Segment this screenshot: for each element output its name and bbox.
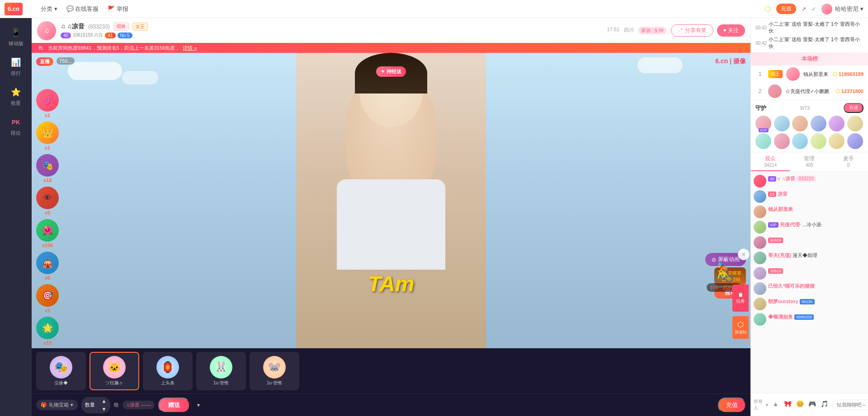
guard-title: 守护 <box>755 104 766 112</box>
chat-msg-6: 哥夫(充值) 漫天◆助理 <box>754 250 865 266</box>
guard-header: 守护 9/73 开通 <box>755 103 863 113</box>
gift-slot-1-name: 尘缘◆ <box>54 380 68 386</box>
share-btn[interactable]: ↗ 分享有奖 <box>671 24 713 37</box>
chat-msg-5: 60809 <box>754 235 865 250</box>
quantity-ctrl: 数量 ▲ ▼ <box>81 397 110 413</box>
user-menu[interactable]: 哈哈密尼 ▾ <box>821 4 863 14</box>
recharge-btn[interactable]: 充值 <box>718 397 746 413</box>
emoji-tool-btn[interactable]: 😊 <box>795 398 805 409</box>
notif-2-text: 小二上'菜' 送给 雷梨-太难了 1个 雷西哥小伙 <box>769 36 863 50</box>
gift-slot-2[interactable]: 🐱 ツ狂飙ヶ <box>90 352 139 390</box>
announce-bar: 热 当前房间热度69841，预测排名5，距流上一名差3156热度， 详情 » <box>32 43 750 53</box>
recharge-nav-btn[interactable]: 充值 <box>776 4 796 14</box>
share-icon[interactable]: ↗ <box>802 6 806 12</box>
guard-member-3 <box>792 116 808 131</box>
notif-2: 00:42 小二上'菜' 送给 雷梨-太难了 1个 雷西哥小伙 <box>755 35 863 51</box>
chat-area: 40 V ♫凉音 833233 13 凉音 钱从那里来 VIP 充值代理· <box>751 172 868 393</box>
clear-effects-btn[interactable]: × <box>738 248 750 260</box>
top-nav: 6.cn 分类 ▾ 💬 在线客服 🚩 举报 ⬡ 充值 ↗ ✓ 哈哈密尼 ▾ <box>0 0 868 18</box>
music-tool-btn[interactable]: 🎵 <box>820 398 829 409</box>
gift-tool-btn[interactable]: 🎀 <box>783 398 793 409</box>
avatar: ♫ <box>37 21 56 40</box>
tab-mic[interactable]: 麦手 0 <box>829 152 868 171</box>
send-toggle[interactable]: ▾ <box>193 401 203 409</box>
sidebar-item-mobile[interactable]: 📱 移动版 <box>0 23 32 51</box>
chat-tool-up[interactable]: ▲ <box>771 398 780 409</box>
magic-gift: ✦ 神经送 <box>376 66 406 77</box>
guard-member-5 <box>829 116 844 131</box>
sidebar-item-ranking[interactable]: 📊 排行 <box>0 52 32 80</box>
gift-bar: 🎭 尘缘◆ 🐱 ツ狂飙ヶ 🏮 上头条 🐰 1u·管惟 🐭 1u·管惟 <box>32 348 750 393</box>
guard-member-1-svp-badge: SVP <box>758 128 768 132</box>
chat-user-10: ◆嗡涌如鱼 <box>768 314 793 319</box>
to-label: 给 <box>114 402 119 408</box>
tag-queen: 女王 <box>132 23 148 31</box>
all-users-btn[interactable]: 所有人▾ <box>754 398 768 411</box>
tab-audience[interactable]: 观众 34214 <box>751 152 790 171</box>
send-gift-btn[interactable]: 赠送 <box>158 397 190 413</box>
gift-slot-4[interactable]: 🐰 1u·管惟 <box>196 352 246 390</box>
quantity-stepper[interactable]: ▲ ▼ <box>98 397 110 413</box>
qty-down-btn[interactable]: ▼ <box>98 405 110 413</box>
notification-area: 00:42 小二上'菜' 送给 雷梨-太难了 1个 雷西哥小伙 00:42 小二… <box>751 18 868 52</box>
streamer-id-badge: (833233) <box>88 23 110 30</box>
gift-anim-7: 🎯 x1 <box>36 284 59 313</box>
guard-grid: SVP <box>755 116 863 149</box>
check-icon[interactable]: ✓ <box>811 6 816 12</box>
chat-host-badge-40: 40 <box>768 176 776 182</box>
chat-badge-5: 60809 <box>768 238 783 243</box>
chat-badge-9: 99190 <box>800 299 815 304</box>
gift-anim-8: 🌟 x10 <box>36 317 59 346</box>
guard-member-1: SVP <box>755 116 771 131</box>
chat-user-9: 朝梦ourstory <box>768 299 798 304</box>
sidebar-item-pk[interactable]: PK 段位 <box>0 112 32 140</box>
announce-link[interactable]: 详情 » <box>183 45 197 51</box>
rank-tab-label[interactable]: 本场榜 <box>755 55 863 63</box>
logo[interactable]: 6.cn <box>5 3 32 15</box>
notif-1: 00:42 小二上'菜' 送给 雷梨-太难了 1个 雷西哥小伙 <box>755 20 863 35</box>
stream-location: 四川 <box>624 27 634 34</box>
sidebar-item-star[interactable]: ⭐ 抢星 <box>0 82 32 110</box>
chat-host-verify: V <box>778 177 780 181</box>
guard-member-8 <box>774 133 790 149</box>
video-person <box>296 53 486 348</box>
gift-slot-3[interactable]: 🏮 上头条 <box>143 352 193 390</box>
tam-text-overlay: TAm <box>368 271 414 296</box>
gift-slot-4-icon: 🐰 <box>210 356 232 379</box>
gift-box-btn[interactable]: 🎁 礼物宝箱 ▾ <box>36 400 78 410</box>
task-btn[interactable]: 📋 任务 <box>732 285 749 312</box>
chevron-down-icon: ▾ <box>71 402 73 408</box>
chat-msg-8: 己恒久*嗤可乐的猪猪 <box>754 281 865 296</box>
guard-open-btn[interactable]: 开通 <box>844 103 863 113</box>
chat-msg-2: 13 凉音 <box>754 189 865 204</box>
chat-host-id: 833233 <box>797 176 815 182</box>
mobile-icon: 📱 <box>9 26 22 39</box>
streamer-name: ♫ ♫凉音 <box>61 23 85 31</box>
chat-user-6: 哥夫(充值) <box>768 252 791 258</box>
nav-right: ⬡ 充值 ↗ ✓ 哈哈密尼 ▾ <box>764 4 863 14</box>
gift-slot-2-name: ツ狂飙ヶ <box>105 380 123 386</box>
chat-user-3: 钱从那里来 <box>768 206 793 212</box>
nav-support[interactable]: 💬 在线客服 <box>66 5 99 13</box>
guard-count: 9/73 <box>800 105 810 111</box>
chat-text-input[interactable] <box>832 400 868 410</box>
gift-slot-5[interactable]: 🐭 1u·管惟 <box>250 352 299 390</box>
gift-slot-1[interactable]: 🎭 尘缘◆ <box>36 352 86 390</box>
follow-btn[interactable]: ♥ 关注 <box>717 24 745 37</box>
qty-up-btn[interactable]: ▲ <box>98 397 110 405</box>
tab-manager[interactable]: 管理 405 <box>790 152 829 171</box>
nav-category[interactable]: 分类 ▾ <box>41 5 57 13</box>
guard-member-11 <box>829 133 844 149</box>
add-coin-btn[interactable]: ⬡ 加油站 <box>732 316 749 339</box>
star-icon: ⭐ <box>9 86 22 98</box>
chat-user-8: 己恒久*嗤可乐的猪猪 <box>768 283 815 289</box>
game-tool-btn[interactable]: 🎮 <box>807 398 817 409</box>
guard-member-2 <box>774 116 790 131</box>
gift-anim-6: 🎪 x6 <box>36 252 59 280</box>
guard-panel: 守护 9/73 开通 SVP <box>751 100 868 152</box>
gift-anim-1: 💕 x1 <box>36 89 59 118</box>
rank-avatar-2 <box>768 84 782 98</box>
chat-badge-7: 30910 <box>768 268 783 274</box>
nav-report[interactable]: 🚩 举报 <box>108 5 128 13</box>
sparkle-icon: ✦ <box>381 69 385 75</box>
